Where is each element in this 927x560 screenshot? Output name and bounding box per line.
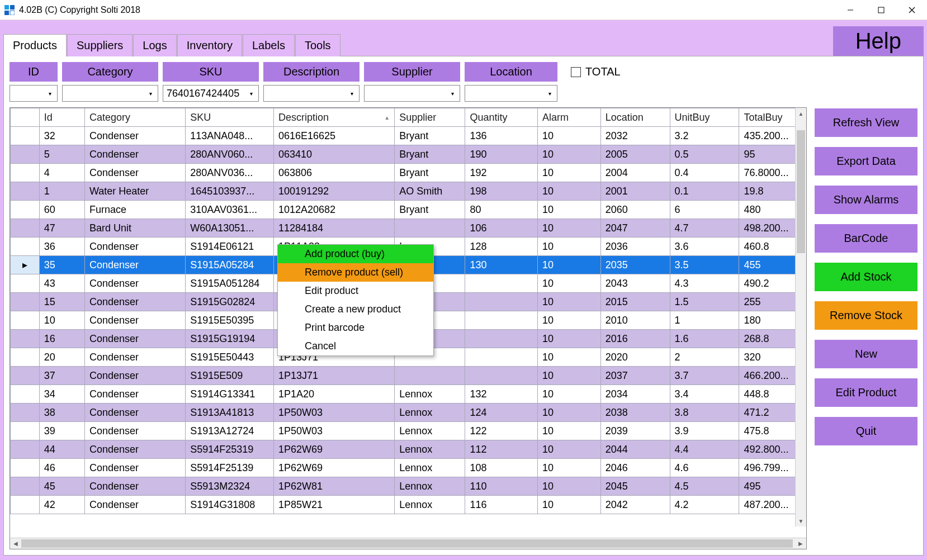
context-menu-item[interactable]: Print barcode xyxy=(278,319,433,337)
cell-unitbuy[interactable]: 4.7 xyxy=(670,219,739,238)
table-row[interactable]: 39CondenserS1913A127241P50W03Lennox12210… xyxy=(11,422,806,440)
cell-location[interactable]: 2044 xyxy=(600,440,670,459)
cell-supplier[interactable]: Lennox xyxy=(395,440,465,459)
cell-quantity[interactable]: 130 xyxy=(465,256,538,274)
cell-id[interactable]: 37 xyxy=(39,367,84,385)
cell-location[interactable]: 2039 xyxy=(600,422,670,440)
cell-alarm[interactable]: 10 xyxy=(537,385,600,404)
cell-supplier[interactable]: Lennox xyxy=(395,459,465,477)
cell-description[interactable]: 1P50W03 xyxy=(273,422,394,440)
table-row[interactable]: 5Condenser280ANV060...063410Bryant190102… xyxy=(11,145,806,164)
cell-sku[interactable]: S1915E50443 xyxy=(186,348,274,367)
cell-location[interactable]: 2020 xyxy=(600,348,670,367)
cell-sku[interactable]: S1914E06121 xyxy=(186,238,274,256)
cell-description[interactable]: 1P1A20 xyxy=(273,385,394,404)
cell-sku[interactable]: S1913A12724 xyxy=(186,422,274,440)
cell-alarm[interactable]: 10 xyxy=(537,164,600,182)
cell-alarm[interactable]: 10 xyxy=(537,496,600,514)
column-header-unitbuy[interactable]: UnitBuy xyxy=(670,108,739,127)
cell-unitbuy[interactable]: 3.5 xyxy=(670,256,739,274)
cell-unitbuy[interactable]: 4.5 xyxy=(670,477,739,496)
cell-sku[interactable]: 280ANV060... xyxy=(186,145,274,164)
row-header[interactable] xyxy=(11,293,40,311)
cell-sku[interactable]: S5913M2324 xyxy=(186,477,274,496)
cell-description[interactable]: 1P85W21 xyxy=(273,496,394,514)
row-header[interactable] xyxy=(11,219,40,238)
cell-alarm[interactable]: 10 xyxy=(537,274,600,293)
cell-id[interactable]: 46 xyxy=(39,459,84,477)
cell-quantity[interactable]: 80 xyxy=(465,201,538,219)
cell-category[interactable]: Condenser xyxy=(84,477,185,496)
table-row[interactable]: 1Water Heater1645103937...100191292AO Sm… xyxy=(11,182,806,201)
cell-sku[interactable]: S1914G13341 xyxy=(186,385,274,404)
column-header-description[interactable]: Description▲ xyxy=(273,108,394,127)
cell-category[interactable]: Condenser xyxy=(84,145,185,164)
cell-alarm[interactable]: 10 xyxy=(537,293,600,311)
cell-quantity[interactable] xyxy=(465,367,538,385)
row-header[interactable] xyxy=(11,477,40,496)
row-header[interactable] xyxy=(11,164,40,182)
scroll-thumb[interactable] xyxy=(797,130,805,253)
maximize-button[interactable] xyxy=(865,0,896,20)
cell-id[interactable]: 36 xyxy=(39,238,84,256)
cell-category[interactable]: Condenser xyxy=(84,238,185,256)
row-header[interactable]: ▸ xyxy=(11,256,40,274)
cell-description[interactable]: 063806 xyxy=(273,164,394,182)
row-header[interactable] xyxy=(11,311,40,330)
cell-quantity[interactable]: 132 xyxy=(465,385,538,404)
cell-description[interactable]: 1P62W81 xyxy=(273,477,394,496)
cell-alarm[interactable]: 10 xyxy=(537,459,600,477)
cell-sku[interactable]: S1915G02824 xyxy=(186,293,274,311)
vertical-scrollbar[interactable]: ▲ ▼ xyxy=(795,108,806,526)
context-menu-item[interactable]: Create a new product xyxy=(278,300,433,319)
cell-quantity[interactable]: 128 xyxy=(465,238,538,256)
cell-alarm[interactable]: 10 xyxy=(537,440,600,459)
cell-location[interactable]: 2046 xyxy=(600,459,670,477)
cell-unitbuy[interactable]: 6 xyxy=(670,201,739,219)
table-row[interactable]: 42CondenserS1914G318081P85W21Lennox11610… xyxy=(11,496,806,514)
column-header-supplier[interactable]: Supplier xyxy=(395,108,465,127)
filter-select-description[interactable]: ▾ xyxy=(263,85,360,102)
filter-select-id[interactable]: ▾ xyxy=(10,85,58,102)
cell-quantity[interactable] xyxy=(465,311,538,330)
tab-products[interactable]: Products xyxy=(3,34,67,56)
add-stock-button[interactable]: Add Stock xyxy=(815,263,917,291)
cell-id[interactable]: 10 xyxy=(39,311,84,330)
cell-category[interactable]: Condenser xyxy=(84,385,185,404)
cell-quantity[interactable]: 190 xyxy=(465,145,538,164)
cell-alarm[interactable]: 10 xyxy=(537,219,600,238)
table-row[interactable]: 32Condenser113ANA048...0616E16625Bryant1… xyxy=(11,127,806,145)
scroll-right-icon[interactable]: ▶ xyxy=(795,538,806,549)
cell-unitbuy[interactable]: 3.8 xyxy=(670,404,739,422)
table-row[interactable]: 47Bard UnitW60A13051...11284184106102047… xyxy=(11,219,806,238)
cell-quantity[interactable] xyxy=(465,330,538,348)
cell-supplier[interactable]: Lennox xyxy=(395,422,465,440)
row-header[interactable] xyxy=(11,145,40,164)
cell-location[interactable]: 2034 xyxy=(600,385,670,404)
cell-supplier[interactable] xyxy=(395,219,465,238)
cell-unitbuy[interactable]: 0.4 xyxy=(670,164,739,182)
cell-quantity[interactable]: 192 xyxy=(465,164,538,182)
cell-unitbuy[interactable]: 4.4 xyxy=(670,440,739,459)
cell-quantity[interactable]: 122 xyxy=(465,422,538,440)
cell-category[interactable]: Condenser xyxy=(84,274,185,293)
tab-inventory[interactable]: Inventory xyxy=(177,34,242,56)
total-checkbox[interactable]: TOTAL xyxy=(571,65,621,78)
refresh-view-button[interactable]: Refresh View xyxy=(815,108,917,137)
cell-location[interactable]: 2010 xyxy=(600,311,670,330)
show-alarms-button[interactable]: Show Alarms xyxy=(815,186,917,214)
cell-unitbuy[interactable]: 0.1 xyxy=(670,182,739,201)
cell-sku[interactable]: 280ANV036... xyxy=(186,164,274,182)
cell-location[interactable]: 2038 xyxy=(600,404,670,422)
table-row[interactable]: 60Furnace310AAV0361...1012A20682Bryant80… xyxy=(11,201,806,219)
cell-category[interactable]: Condenser xyxy=(84,127,185,145)
cell-sku[interactable]: S1915A051284 xyxy=(186,274,274,293)
column-header-id[interactable]: Id xyxy=(39,108,84,127)
cell-quantity[interactable]: 136 xyxy=(465,127,538,145)
table-row[interactable]: 34CondenserS1914G133411P1A20Lennox132102… xyxy=(11,385,806,404)
row-header[interactable] xyxy=(11,496,40,514)
cell-quantity[interactable] xyxy=(465,293,538,311)
tab-logs[interactable]: Logs xyxy=(133,34,176,56)
horizontal-scrollbar[interactable]: ◀ ▶ xyxy=(10,538,806,549)
close-button[interactable] xyxy=(896,0,927,20)
